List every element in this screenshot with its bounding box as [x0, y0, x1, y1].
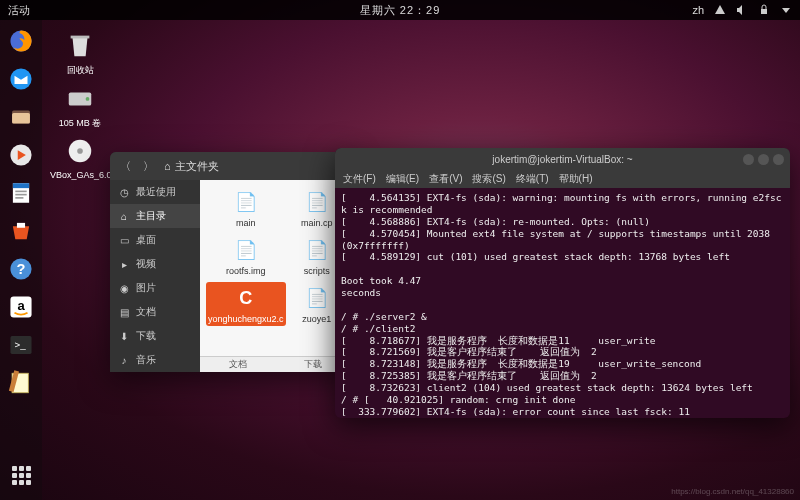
sidebar-item-recent[interactable]: ◷最近使用 — [110, 180, 200, 204]
document-icon: ▤ — [118, 307, 130, 318]
sidebar-item-desktop[interactable]: ▭桌面 — [110, 228, 200, 252]
desktop-vbox-label: VBox_GAs_6.0.12 — [50, 170, 110, 180]
file-icon: 📄 — [232, 236, 260, 264]
svg-point-22 — [86, 97, 90, 101]
input-method-indicator[interactable]: zh — [692, 4, 704, 16]
sidebar-item-videos[interactable]: ▸视频 — [110, 252, 200, 276]
activities-button[interactable]: 活动 — [8, 3, 30, 18]
dock-text-editor[interactable] — [6, 368, 36, 398]
desktop-trash[interactable]: 回收站 — [50, 28, 110, 77]
svg-rect-9 — [15, 194, 26, 196]
file-item[interactable]: 📄main — [206, 186, 286, 230]
terminal-titlebar[interactable]: jokertim@jokertim-VirtualBox: ~ — [335, 148, 790, 170]
file-manager-content[interactable]: 📄main 📄main.cp 📄rootfs.img 📄scripts Cyon… — [200, 180, 350, 372]
desktop-icon: ▭ — [118, 235, 130, 246]
terminal-output[interactable]: [ 4.564135] EXT4-fs (sda): warning: moun… — [335, 188, 790, 418]
home-icon[interactable]: ⌂ — [164, 160, 171, 172]
menu-view[interactable]: 查看(V) — [429, 172, 462, 186]
nav-back-icon[interactable]: 〈 — [116, 157, 135, 176]
file-icon: 📄 — [303, 236, 331, 264]
svg-rect-20 — [71, 36, 90, 39]
dock-writer[interactable] — [6, 178, 36, 208]
file-item-selected[interactable]: Cyonghuchengxu2.c — [206, 282, 286, 326]
maximize-button[interactable] — [758, 154, 769, 165]
menu-help[interactable]: 帮助(H) — [559, 172, 593, 186]
dock-thunderbird[interactable] — [6, 64, 36, 94]
network-icon[interactable] — [714, 4, 726, 16]
svg-rect-10 — [15, 197, 23, 199]
clock-icon: ◷ — [118, 187, 130, 198]
camera-icon: ◉ — [118, 283, 130, 294]
file-manager-window: 〈 〉 ⌂ 主文件夹 ◷最近使用 ⌂主目录 ▭桌面 ▸视频 ◉图片 ▤文档 ⬇下… — [110, 152, 350, 372]
music-icon: ♪ — [118, 355, 130, 366]
lock-icon[interactable] — [758, 4, 770, 16]
sidebar-item-pictures[interactable]: ◉图片 — [110, 276, 200, 300]
dock-help[interactable]: ? — [6, 254, 36, 284]
svg-rect-7 — [13, 183, 29, 188]
desktop-trash-label: 回收站 — [50, 64, 110, 77]
svg-rect-8 — [15, 191, 26, 193]
file-manager-header[interactable]: 〈 〉 ⌂ 主文件夹 — [110, 152, 350, 180]
file-manager-sidebar: ◷最近使用 ⌂主目录 ▭桌面 ▸视频 ◉图片 ▤文档 ⬇下载 ♪音乐 🗑回收站 … — [110, 180, 200, 372]
terminal-title: jokertim@jokertim-VirtualBox: ~ — [492, 154, 632, 165]
desktop-volume-label: 105 MB 卷 — [50, 117, 110, 130]
svg-text:a: a — [17, 298, 25, 313]
menu-search[interactable]: 搜索(S) — [472, 172, 505, 186]
svg-rect-0 — [761, 9, 767, 14]
dock-software[interactable] — [6, 216, 36, 246]
desktop-icons: 回收站 105 MB 卷 VBox_GAs_6.0.12 — [50, 28, 110, 180]
file-icon: 📄 — [303, 188, 331, 216]
download-icon: ⬇ — [118, 331, 130, 342]
top-bar: 活动 星期六 22：29 zh — [0, 0, 800, 20]
dock-show-apps[interactable] — [6, 460, 36, 490]
svg-point-2 — [10, 68, 31, 89]
terminal-menubar: 文件(F) 编辑(E) 查看(V) 搜索(S) 终端(T) 帮助(H) — [335, 170, 790, 188]
svg-point-24 — [77, 148, 83, 154]
breadcrumb-home[interactable]: 主文件夹 — [175, 159, 219, 174]
terminal-window: jokertim@jokertim-VirtualBox: ~ 文件(F) 编辑… — [335, 148, 790, 418]
svg-text:?: ? — [17, 261, 26, 277]
dock-rhythmbox[interactable] — [6, 140, 36, 170]
desktop-volume[interactable]: 105 MB 卷 — [50, 81, 110, 130]
clock[interactable]: 星期六 22：29 — [360, 3, 441, 18]
sidebar-item-downloads[interactable]: ⬇下载 — [110, 324, 200, 348]
menu-terminal[interactable]: 终端(T) — [516, 172, 549, 186]
dock-terminal[interactable]: >_ — [6, 330, 36, 360]
minimize-button[interactable] — [743, 154, 754, 165]
file-icon: 📄 — [303, 284, 331, 312]
dock-firefox[interactable] — [6, 26, 36, 56]
dock-amazon[interactable]: a — [6, 292, 36, 322]
sidebar-item-home[interactable]: ⌂主目录 — [110, 204, 200, 228]
close-button[interactable] — [773, 154, 784, 165]
file-manager-statusbar: 文档下载 — [200, 356, 350, 372]
watermark: https://blog.csdn.net/qq_41328860 — [671, 487, 794, 496]
menu-edit[interactable]: 编辑(E) — [386, 172, 419, 186]
drive-icon — [63, 81, 97, 115]
c-file-icon: C — [232, 284, 260, 312]
dock: ? a >_ — [0, 20, 42, 500]
volume-icon[interactable] — [736, 4, 748, 16]
nav-forward-icon[interactable]: 〉 — [139, 157, 158, 176]
desktop-vbox-ga[interactable]: VBox_GAs_6.0.12 — [50, 134, 110, 180]
svg-rect-4 — [12, 113, 30, 124]
sidebar-item-documents[interactable]: ▤文档 — [110, 300, 200, 324]
trash-icon — [63, 28, 97, 62]
power-icon[interactable] — [780, 4, 792, 16]
svg-text:>_: >_ — [15, 339, 27, 350]
menu-file[interactable]: 文件(F) — [343, 172, 376, 186]
disc-icon — [63, 134, 97, 168]
dock-files[interactable] — [6, 102, 36, 132]
home-icon: ⌂ — [118, 211, 130, 222]
sidebar-item-music[interactable]: ♪音乐 — [110, 348, 200, 372]
file-icon: 📄 — [232, 188, 260, 216]
file-item[interactable]: 📄rootfs.img — [206, 234, 286, 278]
video-icon: ▸ — [118, 259, 130, 270]
